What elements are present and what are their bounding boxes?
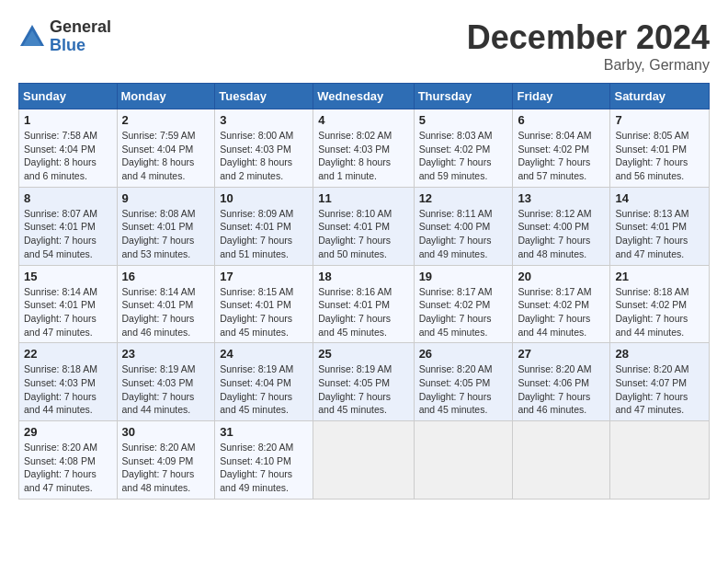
- day-number: 22: [24, 347, 112, 361]
- calendar-body: 1Sunrise: 7:58 AM Sunset: 4:04 PM Daylig…: [19, 109, 710, 500]
- calendar-week-row: 8Sunrise: 8:07 AM Sunset: 4:01 PM Daylig…: [19, 187, 710, 265]
- day-number: 25: [318, 347, 408, 361]
- calendar-cell: 31Sunrise: 8:20 AM Sunset: 4:10 PM Dayli…: [215, 421, 313, 500]
- cell-content: Sunrise: 8:20 AM Sunset: 4:09 PM Dayligh…: [122, 441, 210, 495]
- logo-general: General: [50, 18, 111, 37]
- calendar-cell: 22Sunrise: 8:18 AM Sunset: 4:03 PM Dayli…: [19, 343, 118, 421]
- day-number: 26: [419, 347, 508, 361]
- page-header: General Blue December 2024 Barby, German…: [18, 18, 710, 74]
- calendar-cell: 2Sunrise: 7:59 AM Sunset: 4:04 PM Daylig…: [117, 109, 215, 188]
- day-number: 13: [518, 191, 605, 205]
- calendar-cell: 15Sunrise: 8:14 AM Sunset: 4:01 PM Dayli…: [19, 265, 118, 343]
- calendar-cell: 5Sunrise: 8:03 AM Sunset: 4:02 PM Daylig…: [414, 109, 513, 188]
- day-number: 29: [24, 425, 112, 439]
- calendar-cell: 9Sunrise: 8:08 AM Sunset: 4:01 PM Daylig…: [117, 187, 215, 265]
- weekday-header-row: SundayMondayTuesdayWednesdayThursdayFrid…: [19, 84, 710, 109]
- day-number: 24: [220, 347, 308, 361]
- cell-content: Sunrise: 8:19 AM Sunset: 4:03 PM Dayligh…: [122, 362, 210, 417]
- day-number: 6: [518, 113, 605, 127]
- calendar-cell: 29Sunrise: 8:20 AM Sunset: 4:08 PM Dayli…: [19, 421, 118, 500]
- weekday-header-cell: Monday: [117, 84, 215, 109]
- calendar-cell: 21Sunrise: 8:18 AM Sunset: 4:02 PM Dayli…: [610, 265, 710, 343]
- weekday-header-cell: Saturday: [610, 84, 710, 109]
- day-number: 9: [122, 191, 210, 205]
- day-number: 19: [419, 270, 508, 283]
- calendar-cell: 7Sunrise: 8:05 AM Sunset: 4:01 PM Daylig…: [610, 109, 710, 188]
- cell-content: Sunrise: 8:20 AM Sunset: 4:07 PM Dayligh…: [615, 362, 704, 417]
- cell-content: Sunrise: 8:09 AM Sunset: 4:01 PM Dayligh…: [220, 207, 308, 261]
- cell-content: Sunrise: 8:19 AM Sunset: 4:05 PM Dayligh…: [318, 362, 408, 417]
- cell-content: Sunrise: 8:07 AM Sunset: 4:01 PM Dayligh…: [24, 207, 112, 261]
- calendar-cell: 13Sunrise: 8:12 AM Sunset: 4:00 PM Dayli…: [513, 187, 610, 265]
- cell-content: Sunrise: 8:18 AM Sunset: 4:02 PM Dayligh…: [615, 285, 704, 339]
- day-number: 31: [220, 425, 308, 439]
- calendar-cell: 25Sunrise: 8:19 AM Sunset: 4:05 PM Dayli…: [313, 343, 414, 421]
- day-number: 14: [615, 191, 704, 205]
- cell-content: Sunrise: 8:04 AM Sunset: 4:02 PM Dayligh…: [518, 129, 605, 183]
- calendar-cell: 24Sunrise: 8:19 AM Sunset: 4:04 PM Dayli…: [215, 343, 313, 421]
- calendar-cell: 6Sunrise: 8:04 AM Sunset: 4:02 PM Daylig…: [513, 109, 610, 188]
- weekday-header-cell: Sunday: [19, 84, 118, 109]
- calendar-cell: 12Sunrise: 8:11 AM Sunset: 4:00 PM Dayli…: [414, 187, 513, 265]
- calendar-cell: 14Sunrise: 8:13 AM Sunset: 4:01 PM Dayli…: [610, 187, 710, 265]
- logo-blue: Blue: [50, 37, 111, 55]
- cell-content: Sunrise: 8:13 AM Sunset: 4:01 PM Dayligh…: [615, 207, 704, 261]
- calendar-cell: 10Sunrise: 8:09 AM Sunset: 4:01 PM Dayli…: [215, 187, 313, 265]
- calendar-cell: 27Sunrise: 8:20 AM Sunset: 4:06 PM Dayli…: [513, 343, 610, 421]
- cell-content: Sunrise: 8:14 AM Sunset: 4:01 PM Dayligh…: [122, 285, 210, 339]
- day-number: 4: [318, 113, 408, 127]
- logo-icon: [18, 23, 46, 51]
- day-number: 5: [419, 113, 508, 127]
- calendar-table: SundayMondayTuesdayWednesdayThursdayFrid…: [18, 83, 710, 500]
- title-block: December 2024 Barby, Germany: [467, 18, 710, 74]
- day-number: 12: [419, 191, 508, 205]
- cell-content: Sunrise: 8:11 AM Sunset: 4:00 PM Dayligh…: [419, 207, 508, 261]
- weekday-header-cell: Friday: [513, 84, 610, 109]
- day-number: 1: [24, 113, 112, 127]
- day-number: 21: [615, 270, 704, 283]
- day-number: 23: [122, 347, 210, 361]
- cell-content: Sunrise: 8:02 AM Sunset: 4:03 PM Dayligh…: [318, 129, 408, 183]
- day-number: 27: [518, 347, 605, 361]
- cell-content: Sunrise: 8:17 AM Sunset: 4:02 PM Dayligh…: [518, 285, 605, 339]
- weekday-header-cell: Tuesday: [215, 84, 313, 109]
- cell-content: Sunrise: 8:20 AM Sunset: 4:05 PM Dayligh…: [419, 362, 508, 417]
- cell-content: Sunrise: 8:08 AM Sunset: 4:01 PM Dayligh…: [122, 207, 210, 261]
- day-number: 3: [220, 113, 308, 127]
- calendar-cell: 8Sunrise: 8:07 AM Sunset: 4:01 PM Daylig…: [19, 187, 118, 265]
- day-number: 10: [220, 191, 308, 205]
- calendar-week-row: 15Sunrise: 8:14 AM Sunset: 4:01 PM Dayli…: [19, 265, 710, 343]
- cell-content: Sunrise: 8:16 AM Sunset: 4:01 PM Dayligh…: [318, 285, 408, 339]
- day-number: 2: [122, 113, 210, 127]
- cell-content: Sunrise: 8:17 AM Sunset: 4:02 PM Dayligh…: [419, 285, 508, 339]
- calendar-cell: 30Sunrise: 8:20 AM Sunset: 4:09 PM Dayli…: [117, 421, 215, 500]
- calendar-week-row: 22Sunrise: 8:18 AM Sunset: 4:03 PM Dayli…: [19, 343, 710, 421]
- calendar-cell: [513, 421, 610, 500]
- calendar-week-row: 29Sunrise: 8:20 AM Sunset: 4:08 PM Dayli…: [19, 421, 710, 500]
- cell-content: Sunrise: 8:18 AM Sunset: 4:03 PM Dayligh…: [24, 362, 112, 417]
- calendar-cell: 3Sunrise: 8:00 AM Sunset: 4:03 PM Daylig…: [215, 109, 313, 188]
- day-number: 20: [518, 270, 605, 283]
- calendar-cell: 17Sunrise: 8:15 AM Sunset: 4:01 PM Dayli…: [215, 265, 313, 343]
- cell-content: Sunrise: 8:20 AM Sunset: 4:08 PM Dayligh…: [24, 441, 112, 495]
- calendar-cell: 20Sunrise: 8:17 AM Sunset: 4:02 PM Dayli…: [513, 265, 610, 343]
- logo: General Blue: [18, 18, 111, 55]
- day-number: 30: [122, 425, 210, 439]
- calendar-cell: 23Sunrise: 8:19 AM Sunset: 4:03 PM Dayli…: [117, 343, 215, 421]
- calendar-cell: 19Sunrise: 8:17 AM Sunset: 4:02 PM Dayli…: [414, 265, 513, 343]
- cell-content: Sunrise: 8:14 AM Sunset: 4:01 PM Dayligh…: [24, 285, 112, 339]
- calendar-week-row: 1Sunrise: 7:58 AM Sunset: 4:04 PM Daylig…: [19, 109, 710, 188]
- cell-content: Sunrise: 8:05 AM Sunset: 4:01 PM Dayligh…: [615, 129, 704, 183]
- cell-content: Sunrise: 8:12 AM Sunset: 4:00 PM Dayligh…: [518, 207, 605, 261]
- calendar-cell: 28Sunrise: 8:20 AM Sunset: 4:07 PM Dayli…: [610, 343, 710, 421]
- calendar-cell: 1Sunrise: 7:58 AM Sunset: 4:04 PM Daylig…: [19, 109, 118, 188]
- calendar-cell: 16Sunrise: 8:14 AM Sunset: 4:01 PM Dayli…: [117, 265, 215, 343]
- cell-content: Sunrise: 8:19 AM Sunset: 4:04 PM Dayligh…: [220, 362, 308, 417]
- day-number: 8: [24, 191, 112, 205]
- calendar-cell: [313, 421, 414, 500]
- cell-content: Sunrise: 8:10 AM Sunset: 4:01 PM Dayligh…: [318, 207, 408, 261]
- calendar-cell: 4Sunrise: 8:02 AM Sunset: 4:03 PM Daylig…: [313, 109, 414, 188]
- cell-content: Sunrise: 7:59 AM Sunset: 4:04 PM Dayligh…: [122, 129, 210, 183]
- logo-text: General Blue: [50, 18, 111, 55]
- day-number: 7: [615, 113, 704, 127]
